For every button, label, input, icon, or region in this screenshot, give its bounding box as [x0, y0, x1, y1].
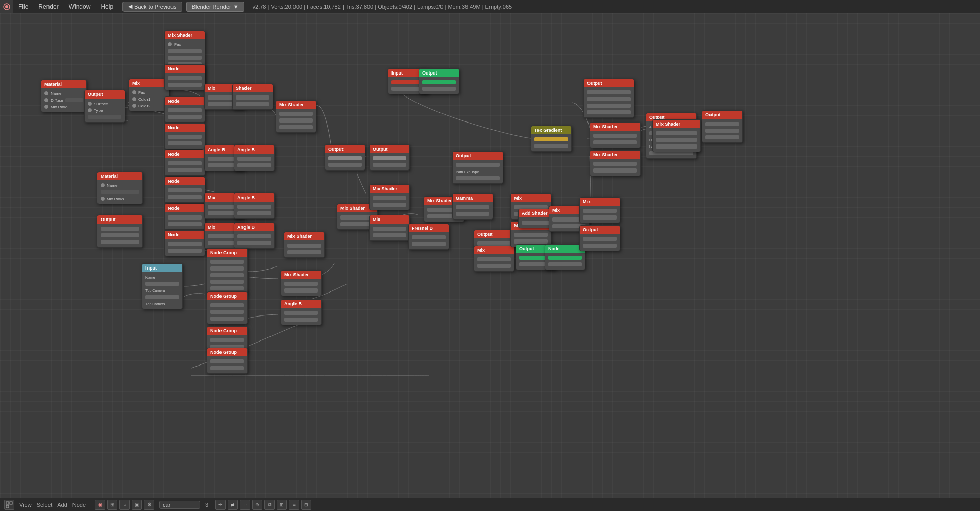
- node-n10[interactable]: Node: [164, 204, 205, 230]
- node-mix-r5[interactable]: Mix: [474, 246, 514, 272]
- node-header: Node: [165, 124, 205, 132]
- material-icon[interactable]: ◉: [95, 500, 105, 510]
- svg-rect-4: [6, 505, 9, 508]
- tool-icon-2[interactable]: ⇄: [228, 500, 238, 510]
- node-mix-far2[interactable]: Mix Shader: [652, 119, 701, 152]
- node-n6[interactable]: Node: [164, 96, 205, 123]
- node-n17[interactable]: Angle B: [234, 193, 275, 219]
- node-header: Gamma: [453, 194, 493, 202]
- node-header: Node Group: [207, 327, 247, 335]
- tool-icon-8[interactable]: ⊟: [301, 500, 311, 510]
- bottom-add[interactable]: Add: [57, 502, 67, 508]
- bottom-view[interactable]: View: [19, 502, 32, 508]
- node-body: Path Exp Type: [453, 160, 503, 183]
- node-mix-fright1[interactable]: Output: [702, 110, 743, 143]
- node-angle-b5[interactable]: Mix Shader: [281, 270, 322, 296]
- node-mix-shader-2[interactable]: Mix Shader: [276, 100, 316, 133]
- node-body: [653, 128, 700, 152]
- node-body: [233, 92, 273, 109]
- node-editor-icon[interactable]: [4, 500, 14, 510]
- node-group-b1[interactable]: Node Group: [207, 248, 248, 294]
- bottom-select[interactable]: Select: [37, 502, 53, 508]
- tool-icon-6[interactable]: ⊞: [277, 500, 287, 510]
- node-mix-tr2[interactable]: Mix Shader: [590, 122, 641, 148]
- node-n11[interactable]: Node: [164, 230, 205, 256]
- node-group-b2[interactable]: Node Group: [207, 291, 248, 324]
- node-n5[interactable]: Node: [164, 64, 205, 90]
- node-material-2[interactable]: Material Name Mix Ratio: [97, 172, 143, 204]
- node-mix-rs2[interactable]: Mix: [579, 197, 620, 223]
- node-mix-shader-3[interactable]: Mix Shader: [284, 232, 325, 258]
- node-editor-canvas[interactable]: Material Name Diffuse Mix Ratio Output S…: [0, 13, 980, 498]
- node-body: [584, 87, 634, 117]
- node-view-icon[interactable]: ⊞: [107, 500, 117, 510]
- node-header: Mix: [580, 198, 620, 206]
- bottom-node[interactable]: Node: [72, 502, 86, 508]
- node-n9[interactable]: Node: [164, 177, 205, 203]
- node-output-r3[interactable]: Output Path Exp Type: [452, 151, 503, 184]
- node-header: Output: [370, 145, 409, 153]
- node-header: Mix Shader: [590, 123, 640, 131]
- tool-icon-1[interactable]: ✛: [215, 500, 226, 510]
- option-icon-2[interactable]: ▣: [132, 500, 142, 510]
- node-header: Mix Shader: [653, 120, 700, 128]
- tool-icon-7[interactable]: ≡: [289, 500, 299, 510]
- node-body: [580, 234, 620, 251]
- node-output-1[interactable]: Output Surface Type: [84, 90, 125, 123]
- menu-window[interactable]: Window: [64, 0, 96, 13]
- node-n8[interactable]: Node: [164, 150, 205, 176]
- tool-icon-3[interactable]: ↔: [240, 500, 250, 510]
- node-mix-rs3[interactable]: Output: [579, 225, 620, 251]
- node-body: [234, 231, 274, 248]
- node-n15[interactable]: Angle B: [234, 145, 275, 171]
- node-mix-mid5[interactable]: Mix: [369, 215, 410, 241]
- node-header: Mix: [370, 215, 409, 224]
- node-n7[interactable]: Node: [164, 123, 205, 149]
- node-body: [207, 257, 247, 294]
- node-body: [325, 153, 365, 170]
- option-icon-1[interactable]: ○: [119, 500, 130, 510]
- node-header: Node: [165, 231, 205, 239]
- node-body: Name Diffuse Mix Ratio: [41, 88, 86, 112]
- search-input[interactable]: [159, 501, 200, 509]
- menu-render[interactable]: Render: [33, 0, 63, 13]
- node-header: Node Group: [207, 348, 247, 356]
- node-mix-mid4[interactable]: Mix Shader: [369, 184, 410, 210]
- node-body: [165, 158, 205, 175]
- node-output-tr1[interactable]: Output: [583, 79, 634, 118]
- node-header: Angle B: [234, 145, 274, 154]
- node-output-top-green[interactable]: Output: [419, 68, 459, 94]
- back-to-previous-button[interactable]: ◀ Back to Previous: [122, 2, 182, 12]
- node-body: [409, 232, 449, 249]
- node-header: Angle B: [234, 223, 274, 231]
- render-engine-selector[interactable]: Blender Render ▼: [186, 2, 244, 12]
- node-output-mid2[interactable]: Output: [369, 144, 410, 171]
- node-tex-gradient[interactable]: Tex Gradient: [531, 126, 572, 152]
- node-header: Mix Shader: [276, 101, 316, 109]
- node-header: Input: [142, 264, 182, 272]
- option-icon-3[interactable]: ⚙: [144, 500, 154, 510]
- node-input-bottom[interactable]: Input Name Top Camera Top Corners: [142, 263, 183, 309]
- menu-file[interactable]: File: [13, 0, 33, 13]
- node-header: Mix: [511, 194, 551, 202]
- tool-icon-5[interactable]: ⧉: [264, 500, 275, 510]
- node-angle-b6[interactable]: Angle B: [281, 299, 322, 325]
- node-output-mid1[interactable]: Output: [325, 144, 365, 171]
- node-n13[interactable]: Shader: [232, 84, 273, 110]
- back-arrow-icon: ◀: [128, 3, 132, 10]
- blender-logo-icon[interactable]: [0, 0, 13, 13]
- node-group-b4[interactable]: Node Group: [207, 348, 248, 374]
- node-material-1[interactable]: Material Name Diffuse Mix Ratio: [41, 80, 87, 112]
- top-menu-bar: File Render Window Help ◀ Back to Previo…: [0, 0, 980, 13]
- node-gamma[interactable]: Gamma: [452, 193, 493, 220]
- menu-help[interactable]: Help: [95, 0, 118, 13]
- node-mix-tr3[interactable]: Mix Shader: [590, 150, 641, 176]
- node-header: Node Group: [207, 249, 247, 257]
- node-output-left2[interactable]: Output: [97, 215, 143, 248]
- node-n19[interactable]: Angle B: [234, 223, 275, 249]
- node-fresnel-b[interactable]: Fresnel B: [408, 224, 449, 250]
- node-mix-1[interactable]: Mix Fac Color1 Color2: [129, 79, 169, 111]
- tool-icon-4[interactable]: ⊕: [252, 500, 262, 510]
- node-header: Node: [165, 97, 205, 105]
- node-body: [590, 159, 640, 176]
